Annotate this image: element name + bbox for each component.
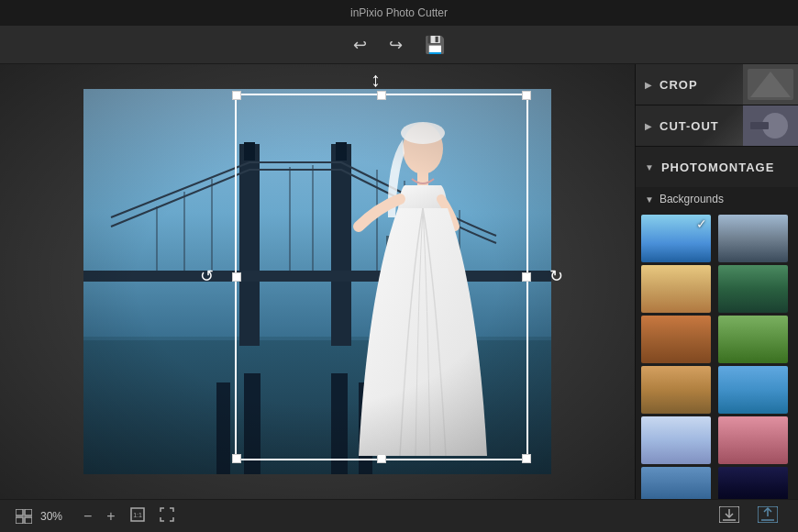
zoom-fullscreen-button[interactable]: [156, 505, 178, 527]
zoom-out-button[interactable]: −: [80, 506, 95, 526]
cutout-label: CUT-OUT: [659, 119, 719, 133]
bride-figure: [349, 107, 496, 465]
svg-point-28: [401, 122, 445, 144]
svg-rect-4: [331, 144, 351, 346]
crop-label: CROP: [659, 78, 698, 92]
redo-button[interactable]: ↪: [383, 31, 408, 59]
thumbnail-5[interactable]: [641, 316, 711, 363]
grid-icon: [15, 509, 33, 524]
thumbnail-2[interactable]: [718, 215, 788, 262]
svg-rect-35: [750, 122, 769, 129]
title-bar: inPixio Photo Cutter: [0, 0, 798, 26]
thumbnail-8[interactable]: [718, 366, 788, 414]
cutout-header[interactable]: ▶ CUT-OUT: [636, 105, 798, 146]
thumbnail-9[interactable]: [641, 416, 711, 464]
photomontage-arrow-icon: ▼: [645, 162, 654, 172]
backgrounds-arrow-icon: ▼: [645, 194, 654, 205]
svg-text:1:1: 1:1: [133, 512, 142, 518]
crop-bg-image: [743, 64, 798, 105]
cutout-section: ▶ CUT-OUT: [636, 105, 798, 147]
svg-rect-18: [244, 373, 260, 474]
status-bar: 30% − + 1:1: [0, 499, 798, 532]
thumbnail-6[interactable]: [718, 316, 788, 363]
export-button[interactable]: [752, 504, 783, 528]
status-right-controls: [714, 504, 783, 528]
crop-header[interactable]: ▶ CROP: [636, 64, 798, 105]
right-panel: ▶ CROP ▶ CUT-OUT: [635, 64, 798, 499]
svg-rect-3: [239, 144, 260, 346]
backgrounds-label: Backgrounds: [659, 193, 724, 205]
thumbnail-10[interactable]: [718, 416, 788, 464]
thumbnail-7[interactable]: [641, 366, 711, 414]
svg-rect-19: [331, 373, 348, 474]
zoom-level: 30%: [40, 510, 72, 523]
app-title: inPixio Photo Cutter: [350, 6, 448, 19]
cutout-bg-image: [743, 105, 798, 146]
thumbnail-4[interactable]: [718, 265, 788, 313]
zoom-fit-button[interactable]: 1:1: [127, 505, 149, 527]
image-container: ↕ ↺ ↻: [83, 89, 551, 474]
thumbnails-grid: [636, 211, 798, 499]
resize-right-icon[interactable]: ↻: [549, 266, 563, 286]
import-button[interactable]: [714, 504, 745, 528]
svg-rect-6: [336, 142, 347, 161]
zoom-controls: 30% − + 1:1: [15, 505, 178, 527]
svg-rect-38: [16, 517, 23, 524]
svg-rect-37: [25, 509, 32, 515]
photomontage-header[interactable]: ▼ PHOTOMONTAGE: [636, 147, 798, 187]
photomontage-label: PHOTOMONTAGE: [661, 161, 774, 174]
svg-rect-39: [25, 517, 32, 524]
backgrounds-header[interactable]: ▼ Backgrounds: [636, 187, 798, 211]
canvas-area: ↕ ↺ ↻: [0, 64, 635, 499]
crop-section: ▶ CROP: [636, 64, 798, 105]
zoom-in-button[interactable]: +: [103, 506, 118, 526]
main-area: ↕ ↺ ↻ ▶ CROP: [0, 64, 798, 499]
thumbnail-11[interactable]: [641, 467, 711, 499]
crop-arrow-icon: ▶: [645, 80, 652, 90]
svg-rect-5: [244, 142, 255, 161]
thumbnail-12[interactable]: [718, 467, 788, 499]
photomontage-section: ▼ PHOTOMONTAGE ▼ Backgrounds: [636, 147, 798, 499]
thumbnail-1[interactable]: [641, 215, 711, 262]
thumbnail-3[interactable]: [641, 265, 711, 313]
toolbar: ↩ ↪ 💾: [0, 26, 798, 64]
save-file-button[interactable]: 💾: [419, 31, 450, 59]
undo-button[interactable]: ↩: [348, 31, 372, 59]
cutout-arrow-icon: ▶: [645, 121, 652, 131]
svg-rect-17: [216, 382, 230, 474]
svg-rect-36: [16, 509, 23, 515]
